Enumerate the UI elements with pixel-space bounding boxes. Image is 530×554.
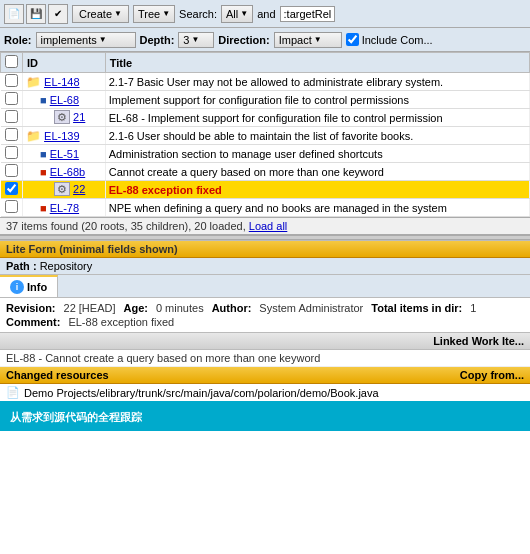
header-title: Title	[105, 53, 529, 73]
info-row-2: Comment: EL-88 exception fixed	[6, 315, 524, 329]
filter-input[interactable]	[280, 6, 335, 22]
row-id: ⚙ 21	[23, 109, 106, 127]
row-title: EL-68 - Implement support for configurat…	[105, 109, 529, 127]
total-value: 1	[470, 302, 476, 314]
row-title: NPE when defining a query and no books a…	[105, 199, 529, 217]
linked-header-text: Linked Work Ite...	[433, 335, 524, 347]
row-id: 📁 EL-148	[23, 73, 106, 91]
page-icon[interactable]: 📄	[4, 4, 24, 24]
select-all-checkbox[interactable]	[5, 55, 18, 68]
include-checkbox[interactable]	[346, 33, 359, 46]
row-title: 2.1-6 User should be able to maintain th…	[105, 127, 529, 145]
table-row[interactable]: ■ EL-78NPE when defining a query and no …	[1, 199, 530, 217]
direction-label: Direction:	[218, 34, 269, 46]
info-icon: i	[10, 280, 24, 294]
row-checkbox[interactable]	[5, 128, 18, 141]
row-id: 📁 EL-139	[23, 127, 106, 145]
row-checkbox[interactable]	[5, 164, 18, 177]
direction-select[interactable]: Impact ▼	[274, 32, 342, 48]
row-checkbox[interactable]	[5, 200, 18, 213]
row-id: ■ EL-78	[23, 199, 106, 217]
role-bar: Role: implements ▼ Depth: 3 ▼ Direction:…	[0, 28, 530, 52]
row-id: ⚙ 22	[23, 181, 106, 199]
check-icon[interactable]: ✔	[48, 4, 68, 24]
role-select[interactable]: implements ▼	[36, 32, 136, 48]
table-row[interactable]: ⚙ 22EL-88 exception fixed	[1, 181, 530, 199]
table-row[interactable]: ■ EL-51Administration section to manage …	[1, 145, 530, 163]
linked-item-text: EL-88 - Cannot create a query based on m…	[6, 352, 320, 364]
header-id: ID	[23, 53, 106, 73]
info-row-1: Revision: 22 [HEAD] Age: 0 minutes Autho…	[6, 301, 524, 315]
tree-table: ID Title 📁 EL-1482.1-7 Basic User may no…	[0, 52, 530, 217]
linked-section-header: Linked Work Ite...	[0, 332, 530, 350]
panel-title: Lite Form (minimal fields shown)	[6, 243, 178, 255]
row-checkbox-cell	[1, 163, 23, 181]
path-value: Repository	[40, 260, 93, 272]
and-label: and	[257, 8, 275, 20]
create-button[interactable]: Create ▼	[72, 5, 129, 23]
comment-value: EL-88 exception fixed	[68, 316, 174, 328]
table-row[interactable]: ⚙ 21EL-68 - Implement support for config…	[1, 109, 530, 127]
row-checkbox[interactable]	[5, 74, 18, 87]
save-icon[interactable]: 💾	[26, 4, 46, 24]
row-checkbox-cell	[1, 109, 23, 127]
age-value: 0 minutes	[156, 302, 204, 314]
depth-value: 3	[183, 34, 189, 46]
total-label: Total items in dir:	[371, 302, 462, 314]
row-checkbox[interactable]	[5, 146, 18, 159]
row-id: ■ EL-51	[23, 145, 106, 163]
row-checkbox-cell	[1, 73, 23, 91]
changed-header: Changed resources Copy from...	[0, 367, 530, 384]
copy-from-label: Copy from...	[460, 369, 524, 381]
depth-select[interactable]: 3 ▼	[178, 32, 214, 48]
tab-info[interactable]: i Info	[0, 275, 58, 297]
revision-value: 22 [HEAD]	[64, 302, 116, 314]
toolbar: 📄 💾 ✔ Create ▼ Tree ▼ Search: All ▼ and	[0, 0, 530, 28]
row-checkbox[interactable]	[5, 182, 18, 195]
search-label: Search:	[179, 8, 217, 20]
row-checkbox-cell	[1, 199, 23, 217]
table-row[interactable]: 📁 EL-1482.1-7 Basic User may not be allo…	[1, 73, 530, 91]
include-label: Include Com...	[362, 34, 433, 46]
role-label: Role:	[4, 34, 32, 46]
create-arrow-icon: ▼	[114, 9, 122, 18]
author-value: System Administrator	[259, 302, 363, 314]
create-label: Create	[79, 8, 112, 20]
table-row[interactable]: 📁 EL-1392.1-6 User should be able to mai…	[1, 127, 530, 145]
row-id: ■ EL-68b	[23, 163, 106, 181]
row-checkbox[interactable]	[5, 110, 18, 123]
row-title: Administration section to manage user de…	[105, 145, 529, 163]
depth-arrow-icon: ▼	[191, 35, 199, 44]
header-checkbox-cell	[1, 53, 23, 73]
toolbar-icons: 📄 💾 ✔	[4, 4, 68, 24]
summary-bar: 37 items found (20 roots, 35 children), …	[0, 217, 530, 235]
table-row[interactable]: ■ EL-68Implement support for configurati…	[1, 91, 530, 109]
row-checkbox[interactable]	[5, 92, 18, 105]
tab-info-label: Info	[27, 281, 47, 293]
role-value: implements	[41, 34, 97, 46]
changed-header-label: Changed resources	[6, 369, 109, 381]
row-checkbox-cell	[1, 91, 23, 109]
changed-file-path: Demo Projects/elibrary/trunk/src/main/ja…	[24, 387, 379, 399]
path-label: Path :	[6, 260, 37, 272]
view-select[interactable]: Tree ▼	[133, 5, 175, 23]
banner: 从需求到源代码的全程跟踪	[0, 401, 530, 431]
depth-label: Depth:	[140, 34, 175, 46]
row-id: ■ EL-68	[23, 91, 106, 109]
bottom-panel: Lite Form (minimal fields shown) Path : …	[0, 240, 530, 401]
row-title: Cannot create a query based on more than…	[105, 163, 529, 181]
search-scope-select[interactable]: All ▼	[221, 5, 253, 23]
role-arrow-icon: ▼	[99, 35, 107, 44]
view-arrow-icon: ▼	[162, 9, 170, 18]
author-label: Author:	[212, 302, 252, 314]
tree-table-container: ID Title 📁 EL-1482.1-7 Basic User may no…	[0, 52, 530, 217]
row-title: 2.1-7 Basic User may not be allowed to a…	[105, 73, 529, 91]
row-checkbox-cell	[1, 127, 23, 145]
table-row[interactable]: ■ EL-68bCannot create a query based on m…	[1, 163, 530, 181]
direction-arrow-icon: ▼	[314, 35, 322, 44]
row-title: EL-88 exception fixed	[105, 181, 529, 199]
load-all-link[interactable]: Load all	[249, 220, 288, 232]
banner-text: 从需求到源代码的全程跟踪	[10, 411, 142, 423]
revision-label: Revision:	[6, 302, 56, 314]
include-checkbox-row[interactable]: Include Com...	[346, 33, 433, 46]
